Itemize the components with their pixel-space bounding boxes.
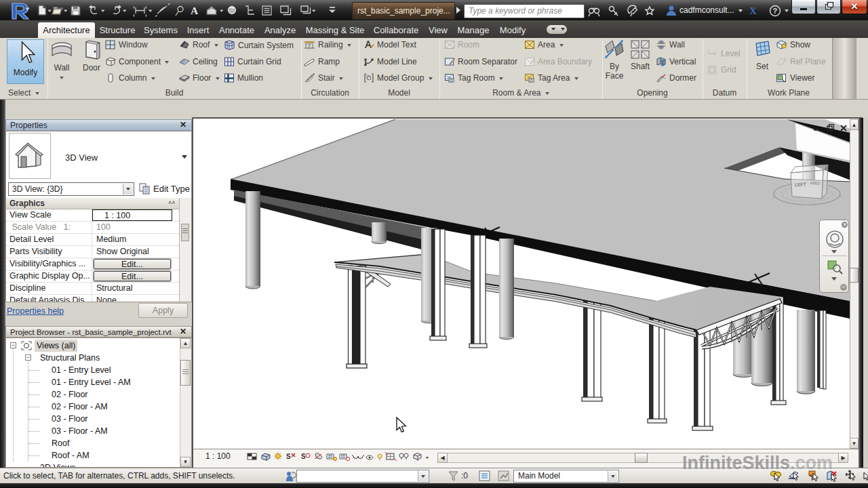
svg-text:X: X: [749, 5, 757, 16]
svg-text:S: S: [286, 453, 291, 460]
svg-text:A: A: [191, 5, 199, 16]
svg-text:?: ?: [773, 7, 778, 15]
svg-text:1: 1: [707, 49, 710, 53]
svg-text:FRO: FRO: [810, 181, 820, 186]
svg-text:LEFT: LEFT: [795, 182, 807, 187]
svg-text:S: S: [301, 453, 306, 460]
